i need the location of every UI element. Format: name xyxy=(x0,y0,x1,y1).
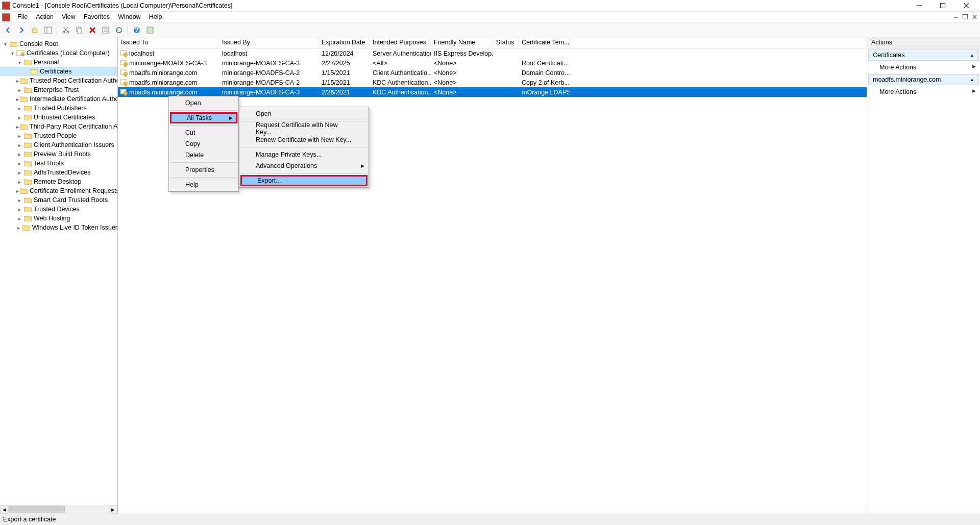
col-purposes[interactable]: Intended Purposes xyxy=(370,37,431,48)
actions-group-certificates[interactable]: Certificates ▲ xyxy=(868,49,979,61)
ctx-open[interactable]: Open xyxy=(170,97,237,109)
ctx2-export[interactable]: Export... xyxy=(240,175,368,186)
tree-folder[interactable]: ▸Windows Live ID Token Issuer xyxy=(0,223,117,232)
expander-icon[interactable]: ▸ xyxy=(16,188,19,194)
delete-button[interactable] xyxy=(86,24,99,36)
certificate-row[interactable]: moadfs.miniorange.comminiorange-MOADFS-C… xyxy=(118,68,867,78)
expander-icon[interactable]: ▸ xyxy=(16,87,22,93)
menu-favorites[interactable]: Favorites xyxy=(80,12,114,22)
ctx-copy[interactable]: Copy xyxy=(170,138,237,149)
menu-help[interactable]: Help xyxy=(145,12,166,22)
ctx2-open[interactable]: Open xyxy=(240,108,368,119)
tree-folder[interactable]: ▸Client Authentication Issuers xyxy=(0,140,117,149)
minimize-button[interactable] xyxy=(908,0,931,12)
tree-folder[interactable]: ▸Trusted People xyxy=(0,131,117,140)
col-template[interactable]: Certificate Tem... xyxy=(519,37,570,48)
tree-folder[interactable]: ▸Certificate Enrollment Requests xyxy=(0,186,117,195)
expander-icon[interactable]: ▾ xyxy=(16,60,22,65)
col-issued-to[interactable]: Issued To xyxy=(118,37,219,48)
mdi-close-icon[interactable]: ✕ xyxy=(971,13,978,21)
cut-button[interactable] xyxy=(60,24,72,36)
tree-folder[interactable]: ▸Third-Party Root Certification Au xyxy=(0,122,117,131)
mdi-restore-icon[interactable]: ❐ xyxy=(962,13,969,21)
tree-folder[interactable]: ▸Test Roots xyxy=(0,159,117,168)
ctx-cut[interactable]: Cut xyxy=(170,127,237,138)
expander-icon[interactable]: ▸ xyxy=(16,216,22,221)
expander-icon[interactable]: ▾ xyxy=(9,51,15,56)
tree-folder[interactable]: ▸AdfsTrustedDevices xyxy=(0,168,117,177)
menu-view[interactable]: View xyxy=(58,12,80,22)
collapse-icon[interactable]: ▲ xyxy=(970,77,974,82)
col-issued-by[interactable]: Issued By xyxy=(219,37,318,48)
export-list-button[interactable] xyxy=(144,24,156,36)
ctx2-request-new-key[interactable]: Request Certificate with New Key... xyxy=(240,123,368,134)
expander-icon[interactable]: ▸ xyxy=(16,179,22,185)
expander-icon[interactable]: ▸ xyxy=(16,78,19,84)
ctx-help[interactable]: Help xyxy=(170,179,237,190)
refresh-button[interactable] xyxy=(113,24,125,36)
tree-folder[interactable]: ▸Untrusted Certificates xyxy=(0,113,117,122)
tree-folder[interactable]: ▸Web Hosting xyxy=(0,214,117,223)
tree-personal[interactable]: ▾ Personal xyxy=(0,58,117,67)
expander-icon[interactable]: ▸ xyxy=(16,152,22,157)
help-button[interactable]: ? xyxy=(131,24,143,36)
col-status[interactable]: Status xyxy=(493,37,519,48)
ctx2-manage-private-keys[interactable]: Manage Private Keys... xyxy=(240,149,368,160)
tree-folder[interactable]: ▸Trusted Devices xyxy=(0,205,117,214)
certificate-row[interactable]: moadfs.miniorange.comminiorange-MOADFS-C… xyxy=(118,78,867,87)
tree-folder[interactable]: ▸Trusted Publishers xyxy=(0,104,117,113)
col-expiration[interactable]: Expiration Date xyxy=(318,37,370,48)
expander-icon[interactable]: ▸ xyxy=(16,170,22,176)
collapse-icon[interactable]: ▲ xyxy=(970,53,974,58)
tree-console-root[interactable]: ▾ Console Root xyxy=(0,39,117,48)
back-button[interactable] xyxy=(2,24,14,36)
ctx2-renew-new-key[interactable]: Renew Certificate with New Key... xyxy=(240,134,368,145)
show-hide-tree-button[interactable] xyxy=(42,24,54,36)
menu-window[interactable]: Window xyxy=(114,12,144,22)
expander-icon[interactable]: ▸ xyxy=(16,142,22,148)
maximize-button[interactable] xyxy=(931,0,954,12)
ctx-properties[interactable]: Properties xyxy=(170,164,237,176)
expander-icon[interactable]: ▸ xyxy=(16,115,22,120)
expander-icon[interactable]: ▸ xyxy=(16,96,19,102)
tree-folder[interactable]: ▸Enterprise Trust xyxy=(0,85,117,94)
expander-icon[interactable]: ▸ xyxy=(16,225,21,231)
properties-button[interactable] xyxy=(100,24,112,36)
certificate-row[interactable]: localhostlocalhost12/26/2024Server Authe… xyxy=(118,48,867,58)
expander-icon[interactable]: ▸ xyxy=(16,207,22,212)
scroll-thumb[interactable] xyxy=(9,506,65,513)
tree-folder[interactable]: ▸Remote Desktop xyxy=(0,177,117,186)
close-button[interactable] xyxy=(954,0,978,12)
col-friendly[interactable]: Friendly Name xyxy=(431,37,493,48)
tree-horizontal-scrollbar[interactable]: ◂ ▸ xyxy=(0,505,117,514)
expander-icon[interactable]: ▸ xyxy=(16,133,22,139)
expander-icon[interactable]: ▸ xyxy=(16,161,22,166)
expander-icon[interactable]: ▸ xyxy=(16,106,22,111)
scroll-left-icon[interactable]: ◂ xyxy=(0,505,9,514)
certificate-row[interactable]: miniorange-MOADFS-CA-3miniorange-MOADFS-… xyxy=(118,58,867,68)
menu-file[interactable]: File xyxy=(13,12,32,22)
ctx-delete[interactable]: Delete xyxy=(170,149,237,161)
folder-icon xyxy=(23,132,32,140)
ctx-all-tasks[interactable]: All Tasks▶ xyxy=(170,112,237,123)
mdi-minimize-icon[interactable]: – xyxy=(952,14,960,21)
actions-group-label: Certificates xyxy=(873,52,905,59)
tree-certificates-local[interactable]: ▾ Certificates (Local Computer) xyxy=(0,48,117,58)
expander-icon[interactable]: ▸ xyxy=(16,124,19,130)
actions-more-1[interactable]: More Actions▶ xyxy=(867,62,980,73)
actions-more-2[interactable]: More Actions▶ xyxy=(867,86,980,97)
tree-certificates-leaf[interactable]: Certificates xyxy=(0,67,117,76)
expander-icon[interactable]: ▾ xyxy=(2,41,8,47)
tree-folder[interactable]: ▸Preview Build Roots xyxy=(0,149,117,159)
scroll-right-icon[interactable]: ▸ xyxy=(109,505,117,514)
expander-icon[interactable]: ▸ xyxy=(16,197,22,203)
tree-folder[interactable]: ▸Smart Card Trusted Roots xyxy=(0,195,117,205)
copy-button[interactable] xyxy=(73,24,85,36)
menu-action[interactable]: Action xyxy=(32,12,58,22)
up-button[interactable] xyxy=(29,24,41,36)
forward-button[interactable] xyxy=(15,24,28,36)
ctx2-advanced-operations[interactable]: Advanced Operations▶ xyxy=(240,160,368,171)
actions-group-selected-cert[interactable]: moadfs.miniorange.com ▲ xyxy=(868,74,979,85)
tree-folder[interactable]: ▸Trusted Root Certification Autho xyxy=(0,76,117,85)
tree-folder[interactable]: ▸Intermediate Certification Autho xyxy=(0,94,117,104)
